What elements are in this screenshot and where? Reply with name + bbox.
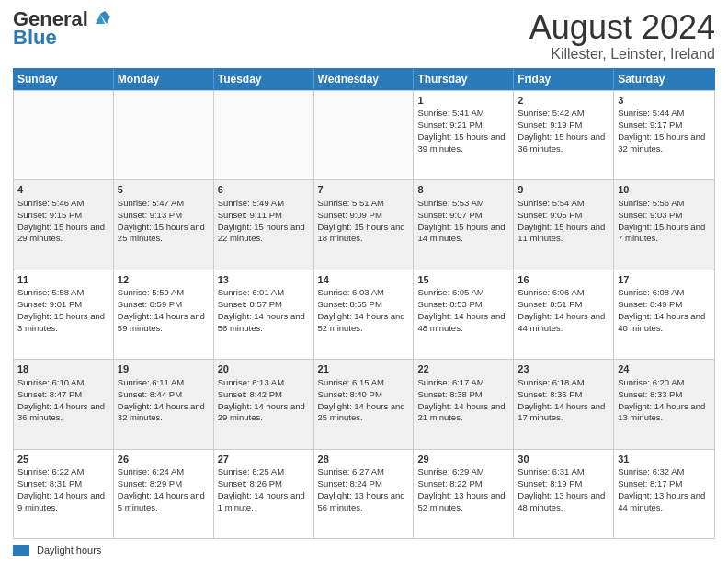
sunset-text: Sunset: 9:21 PM — [417, 120, 482, 130]
day-number: 27 — [218, 453, 310, 466]
sunset-text: Sunset: 9:09 PM — [318, 210, 382, 220]
sunrise-text: Sunrise: 6:25 AM — [218, 466, 284, 477]
sunrise-text: Sunrise: 5:41 AM — [417, 108, 483, 118]
calendar-cell: 16Sunrise: 6:06 AMSunset: 8:51 PMDayligh… — [514, 270, 614, 359]
day-number: 24 — [618, 362, 711, 376]
daylight-text: Daylight: 14 hours and 44 minutes. — [518, 311, 605, 333]
calendar-cell: 25Sunrise: 6:22 AMSunset: 8:31 PMDayligh… — [14, 450, 114, 538]
calendar-cell: 31Sunrise: 6:32 AMSunset: 8:17 PMDayligh… — [614, 450, 714, 538]
daylight-text: Daylight: 15 hours and 7 minutes. — [618, 222, 705, 244]
sunset-text: Sunset: 8:59 PM — [118, 299, 182, 309]
calendar-cell: 2Sunrise: 5:42 AMSunset: 9:19 PMDaylight… — [514, 91, 614, 179]
sunset-text: Sunset: 8:24 PM — [318, 478, 382, 488]
daylight-text: Daylight: 15 hours and 32 minutes. — [618, 132, 705, 154]
sunrise-text: Sunrise: 6:05 AM — [417, 287, 483, 297]
daylight-text: Daylight: 14 hours and 13 minutes. — [618, 401, 705, 423]
header-saturday: Saturday — [614, 69, 714, 89]
sunset-text: Sunset: 8:57 PM — [218, 299, 282, 309]
sunrise-text: Sunrise: 6:01 AM — [218, 287, 284, 297]
calendar-week-2: 4Sunrise: 5:46 AMSunset: 9:15 PMDaylight… — [14, 179, 714, 269]
daylight-text: Daylight: 14 hours and 59 minutes. — [118, 311, 205, 333]
calendar-cell: 5Sunrise: 5:47 AMSunset: 9:13 PMDaylight… — [114, 180, 214, 269]
daylight-text: Daylight: 14 hours and 56 minutes. — [218, 311, 305, 333]
sunset-text: Sunset: 9:05 PM — [518, 210, 582, 220]
daylight-text: Daylight: 14 hours and 48 minutes. — [417, 311, 505, 333]
calendar-cell: 15Sunrise: 6:05 AMSunset: 8:53 PMDayligh… — [414, 270, 514, 359]
calendar-cell: 19Sunrise: 6:11 AMSunset: 8:44 PMDayligh… — [114, 360, 214, 448]
calendar-cell — [214, 91, 314, 179]
header-wednesday: Wednesday — [314, 69, 415, 89]
sunset-text: Sunset: 8:26 PM — [218, 478, 282, 488]
daylight-text: Daylight: 15 hours and 11 minutes. — [518, 222, 605, 244]
daylight-text: Daylight: 15 hours and 29 minutes. — [17, 222, 105, 244]
calendar-header: Sunday Monday Tuesday Wednesday Thursday… — [13, 68, 715, 90]
day-number: 10 — [618, 183, 711, 197]
sunset-text: Sunset: 8:53 PM — [417, 299, 482, 309]
daylight-text: Daylight: 13 hours and 44 minutes. — [618, 490, 705, 512]
header-friday: Friday — [514, 69, 614, 89]
sunrise-text: Sunrise: 5:54 AM — [518, 198, 584, 208]
sunset-text: Sunset: 8:31 PM — [17, 478, 82, 488]
calendar-week-4: 18Sunrise: 6:10 AMSunset: 8:47 PMDayligh… — [14, 359, 714, 448]
daylight-text: Daylight: 13 hours and 48 minutes. — [518, 490, 605, 512]
day-number: 17 — [618, 273, 711, 287]
day-number: 18 — [17, 362, 109, 376]
title-area: August 2024 Killester, Leinster, Ireland — [529, 9, 715, 63]
sunrise-text: Sunrise: 6:17 AM — [417, 377, 483, 387]
sunrise-text: Sunrise: 5:58 AM — [17, 287, 84, 297]
sunset-text: Sunset: 8:42 PM — [218, 389, 282, 399]
sunset-text: Sunset: 9:13 PM — [118, 210, 182, 220]
sunrise-text: Sunrise: 6:03 AM — [318, 287, 384, 297]
logo-blue-text: Blue — [13, 26, 57, 49]
sunrise-text: Sunrise: 5:42 AM — [518, 108, 584, 118]
calendar-cell: 30Sunrise: 6:31 AMSunset: 8:19 PMDayligh… — [514, 450, 614, 538]
daylight-text: Daylight: 14 hours and 32 minutes. — [118, 401, 205, 423]
sunrise-text: Sunrise: 6:32 AM — [618, 466, 684, 477]
daylight-text: Daylight: 14 hours and 1 minute. — [218, 490, 305, 512]
daylight-text: Daylight: 15 hours and 39 minutes. — [417, 132, 505, 154]
calendar-cell: 21Sunrise: 6:15 AMSunset: 8:40 PMDayligh… — [314, 360, 415, 448]
sunset-text: Sunset: 8:29 PM — [118, 478, 182, 488]
daylight-text: Daylight: 14 hours and 36 minutes. — [17, 401, 105, 423]
calendar-cell: 4Sunrise: 5:46 AMSunset: 9:15 PMDaylight… — [14, 180, 114, 269]
sunset-text: Sunset: 9:17 PM — [618, 120, 682, 130]
sunrise-text: Sunrise: 6:08 AM — [618, 287, 684, 297]
sunset-text: Sunset: 8:38 PM — [417, 389, 482, 399]
day-number: 31 — [618, 453, 711, 466]
daylight-text: Daylight: 15 hours and 14 minutes. — [417, 222, 505, 244]
logo-icon — [90, 7, 110, 28]
calendar-body: 1Sunrise: 5:41 AMSunset: 9:21 PMDaylight… — [13, 90, 715, 539]
sunrise-text: Sunrise: 6:13 AM — [218, 377, 284, 387]
footer-label: Daylight hours — [37, 545, 101, 556]
calendar-cell: 28Sunrise: 6:27 AMSunset: 8:24 PMDayligh… — [314, 450, 415, 538]
daylight-text: Daylight: 14 hours and 9 minutes. — [17, 490, 105, 512]
sunrise-text: Sunrise: 5:51 AM — [318, 198, 384, 208]
calendar-cell: 7Sunrise: 5:51 AMSunset: 9:09 PMDaylight… — [314, 180, 415, 269]
sunset-text: Sunset: 9:15 PM — [17, 210, 82, 220]
sunset-text: Sunset: 8:55 PM — [318, 299, 382, 309]
day-number: 26 — [118, 453, 210, 466]
calendar-cell: 13Sunrise: 6:01 AMSunset: 8:57 PMDayligh… — [214, 270, 314, 359]
day-number: 6 — [218, 183, 310, 197]
day-number: 5 — [118, 183, 210, 197]
daylight-text: Daylight: 13 hours and 56 minutes. — [318, 490, 405, 512]
sunset-text: Sunset: 8:49 PM — [618, 299, 682, 309]
calendar-cell — [314, 91, 415, 179]
logo: General Blue — [13, 9, 110, 48]
sunrise-text: Sunrise: 6:20 AM — [618, 377, 684, 387]
day-number: 29 — [417, 453, 509, 466]
sunrise-text: Sunrise: 5:56 AM — [618, 198, 684, 208]
calendar-cell: 9Sunrise: 5:54 AMSunset: 9:05 PMDaylight… — [514, 180, 614, 269]
sunset-text: Sunset: 8:22 PM — [417, 478, 482, 488]
calendar-cell — [114, 91, 214, 179]
day-number: 16 — [518, 273, 609, 287]
calendar-cell: 27Sunrise: 6:25 AMSunset: 8:26 PMDayligh… — [214, 450, 314, 538]
page: General Blue August 2024 Killester, Lein… — [0, 0, 728, 563]
day-number: 9 — [518, 183, 609, 197]
sunset-text: Sunset: 8:33 PM — [618, 389, 682, 399]
calendar-cell: 1Sunrise: 5:41 AMSunset: 9:21 PMDaylight… — [414, 91, 514, 179]
calendar-cell: 18Sunrise: 6:10 AMSunset: 8:47 PMDayligh… — [14, 360, 114, 448]
day-number: 2 — [518, 94, 609, 108]
daylight-text: Daylight: 14 hours and 17 minutes. — [518, 401, 605, 423]
calendar-cell: 23Sunrise: 6:18 AMSunset: 8:36 PMDayligh… — [514, 360, 614, 448]
